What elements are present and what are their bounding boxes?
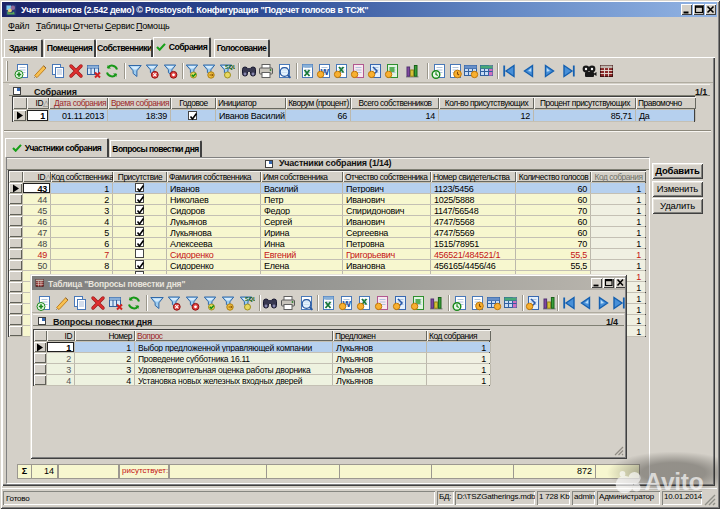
svg-text:Avito: Avito [645, 468, 704, 495]
svg-text:SQL: SQL [245, 296, 255, 302]
svg-text:SQL: SQL [225, 64, 235, 70]
